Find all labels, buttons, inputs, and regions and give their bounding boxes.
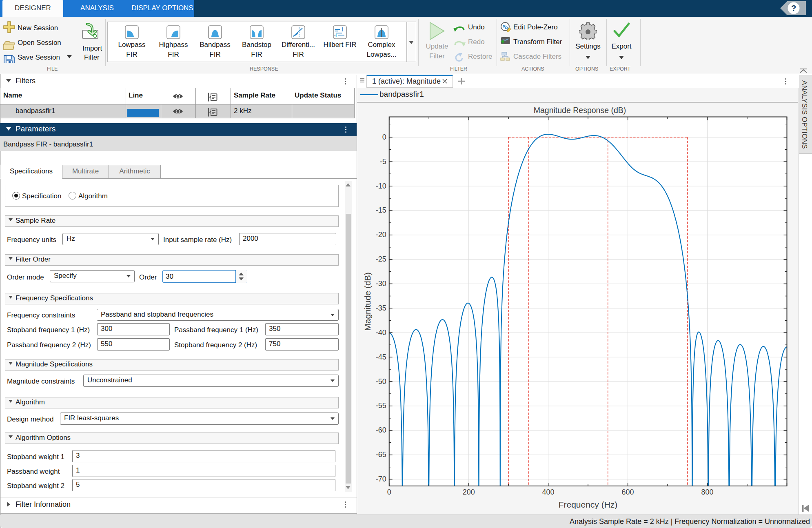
svg-text:-25: -25 <box>376 255 386 263</box>
svg-text:-60: -60 <box>376 426 386 434</box>
svg-text:-30: -30 <box>376 280 386 288</box>
svg-text:400: 400 <box>542 488 555 496</box>
svg-text:-35: -35 <box>376 304 386 312</box>
svg-text:800: 800 <box>701 488 713 496</box>
svg-text:-15: -15 <box>376 206 386 214</box>
svg-text:-10: -10 <box>376 182 386 190</box>
svg-text:-70: -70 <box>376 475 386 483</box>
svg-text:0: 0 <box>382 133 386 141</box>
svg-text:-45: -45 <box>376 353 386 361</box>
svg-text:-65: -65 <box>376 450 386 459</box>
svg-text:600: 600 <box>622 488 634 496</box>
svg-text:200: 200 <box>463 488 475 496</box>
svg-text:0: 0 <box>387 488 391 496</box>
svg-text:-50: -50 <box>376 377 386 386</box>
svg-text:-55: -55 <box>376 402 386 410</box>
svg-text:-40: -40 <box>376 328 386 337</box>
svg-text:-5: -5 <box>380 158 386 166</box>
svg-text:-20: -20 <box>376 231 386 239</box>
